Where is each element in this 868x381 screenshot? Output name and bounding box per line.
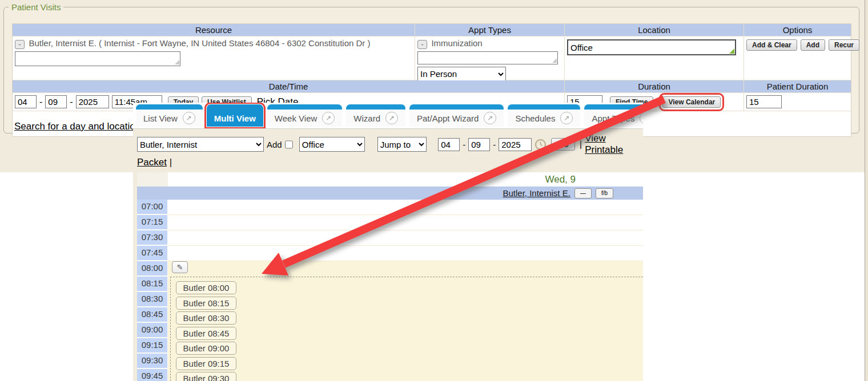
patient-duration-input[interactable] bbox=[746, 95, 782, 108]
time-label: 07:45 bbox=[137, 246, 168, 261]
header-row-2: Date/Time Duration Patient Duration bbox=[13, 80, 851, 93]
time-label: 09:45 bbox=[137, 369, 168, 381]
time-label: 08:00 bbox=[137, 261, 168, 277]
location-cell bbox=[565, 37, 744, 80]
window-edge bbox=[865, 0, 868, 381]
provider-header-row: Butler, Internist E. — f/b bbox=[137, 187, 643, 200]
multiview-controls: Butler, Internist Add Office Jump to - - bbox=[133, 129, 643, 168]
visit-mode-select[interactable]: In Person bbox=[417, 67, 506, 82]
slot-cell[interactable] bbox=[168, 246, 643, 261]
view-printable-packet-link[interactable]: Packet bbox=[137, 157, 167, 168]
popout-icon[interactable]: ↗ bbox=[640, 112, 643, 124]
patient-duration-header: Patient Duration bbox=[744, 80, 851, 93]
edit-slot-icon[interactable]: ✎ bbox=[172, 261, 188, 273]
appt-types-header: Appt Types bbox=[415, 24, 565, 37]
tab-pat-appt-wizard[interactable]: Pat/Appt Wizard ↗ bbox=[409, 104, 504, 127]
clock-icon[interactable] bbox=[535, 139, 546, 151]
separator-pipe: | bbox=[580, 139, 582, 150]
slot-cell[interactable] bbox=[168, 230, 643, 246]
year-input[interactable] bbox=[76, 95, 109, 108]
remove-appt-type-button[interactable]: - bbox=[417, 40, 427, 49]
collapse-column-button[interactable]: — bbox=[574, 188, 592, 198]
time-label: 09:00 bbox=[137, 323, 168, 338]
day-input[interactable] bbox=[45, 95, 67, 108]
fieldset-legend: Patient Visits bbox=[9, 2, 63, 12]
time-row: 07:00 bbox=[137, 200, 643, 215]
time-row: 07:45 bbox=[137, 246, 643, 261]
appointment-button[interactable]: Butler 09:00 bbox=[176, 342, 236, 355]
day-header: Wed, 9 bbox=[168, 172, 643, 187]
content-row-1: - Butler, Internist E. ( Internist - For… bbox=[13, 37, 851, 80]
view-calendar-button[interactable]: View Calendar bbox=[662, 96, 721, 108]
resource-search-input[interactable] bbox=[15, 51, 180, 66]
datetime-header: Date/Time bbox=[13, 80, 565, 93]
cal-day-input[interactable] bbox=[468, 138, 490, 151]
search-day-location-link[interactable]: Search for a day and location bbox=[14, 121, 140, 132]
options-header: Options bbox=[744, 24, 851, 37]
time-label: 08:30 bbox=[137, 292, 168, 307]
tab-week-view[interactable]: Week View ↗ bbox=[267, 104, 342, 127]
appointment-button[interactable]: Butler 08:45 bbox=[176, 327, 236, 340]
add-button[interactable]: Add bbox=[801, 39, 825, 51]
time-label: 07:15 bbox=[137, 215, 168, 230]
go-button[interactable]: Go bbox=[551, 138, 574, 151]
selected-resource-text: Butler, Internist E. ( Internist - Fort … bbox=[29, 38, 370, 48]
date-separator: - bbox=[463, 140, 465, 149]
location-select[interactable]: Office bbox=[299, 137, 365, 152]
appointment-button[interactable]: Butler 08:00 bbox=[176, 281, 236, 294]
time-row: 08:00 bbox=[137, 261, 643, 277]
cal-year-input[interactable] bbox=[499, 138, 532, 151]
remove-resource-button[interactable]: - bbox=[15, 40, 25, 49]
time-label: 09:15 bbox=[137, 338, 168, 354]
recur-button[interactable]: Recur bbox=[829, 39, 859, 51]
patient-duration-cell bbox=[744, 93, 851, 111]
gutter-corner bbox=[137, 172, 168, 187]
selected-appt-type-text: Immunization bbox=[431, 38, 482, 48]
tab-multi-view[interactable]: Multi View bbox=[207, 104, 263, 127]
tab-appt-types[interactable]: Appt Types ↗ bbox=[584, 104, 643, 127]
tab-list-view[interactable]: List View ↗ bbox=[136, 104, 203, 127]
appointment-block: Butler 08:00 Butler 08:15 Butler 08:30 B… bbox=[170, 277, 643, 381]
slot-cell[interactable] bbox=[168, 261, 643, 277]
date-separator: - bbox=[39, 97, 42, 107]
appointment-button[interactable]: Butler 08:15 bbox=[176, 297, 236, 310]
location-input[interactable] bbox=[567, 39, 736, 55]
resource-header: Resource bbox=[13, 24, 415, 37]
appt-types-cell: - Immunization In Person bbox=[415, 37, 565, 80]
tab-schedules[interactable]: Schedules ↗ bbox=[508, 104, 580, 127]
time-row: 07:30 bbox=[137, 230, 643, 246]
gutter-header bbox=[137, 187, 168, 200]
appointment-button[interactable]: Butler 08:30 bbox=[176, 311, 236, 325]
month-input[interactable] bbox=[15, 95, 37, 108]
appt-type-search-input[interactable] bbox=[417, 51, 558, 64]
slot-cell[interactable] bbox=[168, 200, 643, 215]
options-cell: Add & Clear Add Recur bbox=[744, 37, 851, 80]
time-label: 09:30 bbox=[137, 354, 168, 369]
tab-wizard[interactable]: Wizard ↗ bbox=[346, 104, 405, 127]
date-separator: - bbox=[70, 97, 73, 107]
popout-icon[interactable]: ↗ bbox=[484, 112, 496, 124]
location-header: Location bbox=[565, 24, 744, 37]
time-label: 08:45 bbox=[137, 307, 168, 323]
appointment-button[interactable]: Butler 09:30 bbox=[176, 372, 236, 381]
patient-visits-page: Patient Visits Resource Appt Types Locat… bbox=[0, 0, 868, 381]
resource-cell: - Butler, Internist E. ( Internist - For… bbox=[13, 37, 415, 80]
slot-cell[interactable] bbox=[168, 215, 643, 230]
add-and-clear-button[interactable]: Add & Clear bbox=[746, 39, 797, 51]
cal-month-input[interactable] bbox=[438, 138, 460, 151]
view-printable-packet-link[interactable]: View Printable bbox=[585, 133, 643, 156]
header-row-1: Resource Appt Types Location Options bbox=[13, 24, 851, 37]
popout-icon[interactable]: ↗ bbox=[322, 112, 335, 124]
fb-button[interactable]: f/b bbox=[596, 188, 613, 198]
time-label: 07:30 bbox=[137, 230, 168, 246]
view-tabbar: List View ↗ Multi View Week View ↗ Wizar… bbox=[133, 103, 643, 129]
add-checkbox[interactable] bbox=[285, 140, 293, 149]
duration-header: Duration bbox=[565, 80, 744, 93]
popout-icon[interactable]: ↗ bbox=[560, 112, 573, 124]
resource-select[interactable]: Butler, Internist bbox=[137, 137, 264, 152]
jump-to-select[interactable]: Jump to bbox=[377, 137, 427, 152]
popout-icon[interactable]: ↗ bbox=[183, 112, 195, 124]
appointment-button[interactable]: Butler 09:15 bbox=[176, 357, 236, 370]
popout-icon[interactable]: ↗ bbox=[385, 112, 398, 124]
provider-link[interactable]: Butler, Internist E. bbox=[503, 188, 570, 198]
